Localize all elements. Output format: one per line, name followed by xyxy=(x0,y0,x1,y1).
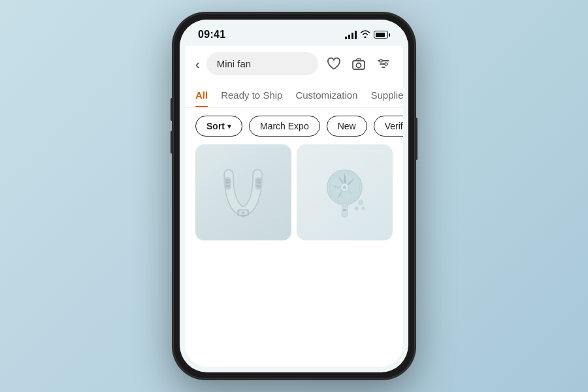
status-bar: 09:41 xyxy=(180,20,408,46)
filter-row: Sort ▾ March Expo New Verified supplie… xyxy=(185,108,403,144)
signal-icon xyxy=(345,31,357,39)
march-expo-chip[interactable]: March Expo xyxy=(249,116,320,137)
category-tabs: All Ready to Ship Customization Supplier… xyxy=(185,82,403,108)
svg-point-23 xyxy=(242,212,244,214)
sort-dropdown-icon: ▾ xyxy=(227,122,231,131)
search-actions xyxy=(325,55,393,73)
wifi-icon xyxy=(360,29,370,40)
status-icons xyxy=(345,29,390,40)
svg-point-33 xyxy=(361,207,365,210)
battery-icon xyxy=(374,31,390,39)
svg-rect-30 xyxy=(343,209,346,211)
product-card-neck-fan[interactable] xyxy=(195,144,291,240)
content-area: ‹ Mini fan xyxy=(185,46,403,367)
search-bar: ‹ Mini fan xyxy=(185,46,403,82)
search-input: Mini fan xyxy=(217,58,308,69)
search-input-wrap[interactable]: Mini fan xyxy=(206,52,318,75)
svg-point-6 xyxy=(385,63,387,65)
tab-suppliers[interactable]: Suppliers xyxy=(370,84,403,107)
svg-point-27 xyxy=(343,186,346,189)
phone-screen: 09:41 xyxy=(180,20,408,372)
svg-point-31 xyxy=(358,200,363,205)
new-chip[interactable]: New xyxy=(327,116,367,137)
filter-icon[interactable] xyxy=(374,55,393,73)
tab-ready-to-ship[interactable]: Ready to Ship xyxy=(221,84,282,107)
back-button[interactable]: ‹ xyxy=(195,57,200,71)
product-grid xyxy=(185,144,403,367)
neck-fan-image xyxy=(195,144,291,240)
wishlist-icon[interactable] xyxy=(325,55,343,73)
svg-point-32 xyxy=(354,206,358,210)
svg-point-5 xyxy=(380,59,382,62)
svg-point-1 xyxy=(357,63,361,67)
status-time: 09:41 xyxy=(198,29,225,41)
svg-rect-14 xyxy=(255,177,263,190)
handheld-fan-image xyxy=(297,144,393,240)
tab-customization[interactable]: Customization xyxy=(295,84,357,107)
tab-all[interactable]: All xyxy=(195,84,208,107)
svg-rect-7 xyxy=(224,177,231,190)
camera-search-icon[interactable] xyxy=(350,55,368,73)
verified-chip[interactable]: Verified supplie… xyxy=(374,116,403,137)
sort-chip[interactable]: Sort ▾ xyxy=(195,116,242,137)
phone-wrapper: 09:41 xyxy=(173,13,415,379)
product-card-handheld-fan[interactable] xyxy=(297,144,393,240)
